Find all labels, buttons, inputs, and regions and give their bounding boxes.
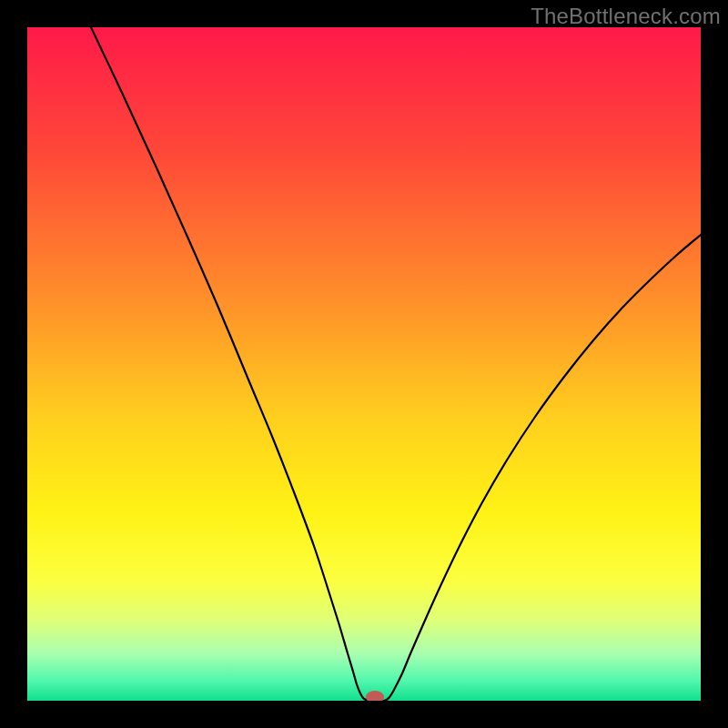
gradient-background [27,27,701,701]
chart-frame [27,27,701,701]
bottleneck-chart [27,27,701,701]
attribution-text: TheBottleneck.com [531,4,721,29]
